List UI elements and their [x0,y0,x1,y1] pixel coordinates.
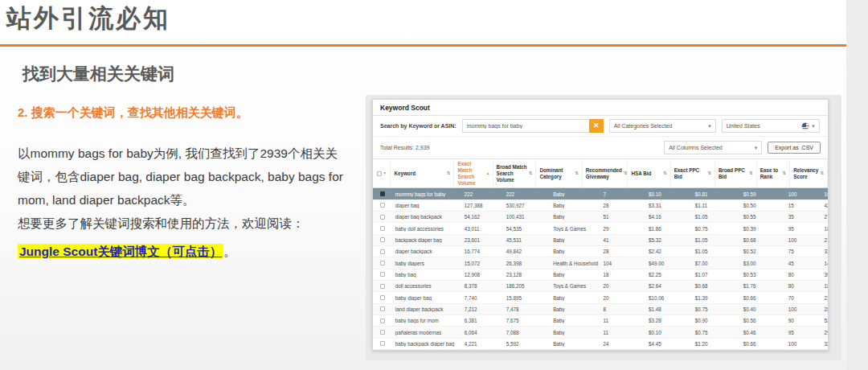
cell: $3.00 [740,261,785,266]
cell: $1.39 [692,295,740,301]
row-checkbox[interactable] [380,191,385,196]
table-row[interactable]: baby backpack diaper bag4,2215,592Baby24… [373,339,828,350]
chevron-down-icon: ▾ [755,145,758,151]
row-checkbox[interactable] [380,306,385,311]
column-header-label: HSA Bid [631,171,651,177]
column-header-recommended-giveaway[interactable]: Recommended Giveaway⇅ [583,159,628,187]
column-header-label: Ease to Rank [760,167,781,180]
row-checkbox-cell [373,203,392,208]
row-checkbox[interactable] [380,226,385,231]
row-checkbox-cell [373,191,392,196]
cell: 186,205 [503,283,550,289]
cell: 27 [821,214,828,220]
row-checkbox[interactable] [380,237,385,242]
row-checkbox[interactable] [380,272,385,277]
column-header-dominant-category[interactable]: Dominant Category⇅ [536,159,582,187]
column-header-label: Recommended Giveaway [586,167,622,180]
table-row[interactable]: baby bag12,90823,128Baby18$2.25$1.07$0.5… [373,269,828,281]
cell: Baby [550,318,600,323]
country-dropdown[interactable]: United States ▾ [722,119,820,133]
column-header-hsa-bid[interactable]: HSA Bid⇅ [628,159,670,187]
row-checkbox-cell [373,330,392,335]
select-all-cell[interactable]: ▾ [373,159,391,187]
column-header-relevancy-score[interactable]: Relevancy Score⇅ [790,159,828,187]
row-checkbox[interactable] [380,284,385,289]
cell: 54,535 [503,226,550,232]
chevron-down-icon: ▾ [812,123,815,130]
cell: Baby [550,306,600,312]
cell: baby diaper bag [392,295,461,301]
keyword-scout-screenshot: Keyword Scout Search by Keyword or ASIN:… [366,95,841,360]
columns-dropdown[interactable]: All Columns Selected ▾ [664,141,762,154]
export-csv-button[interactable]: Export as .CSV [768,142,821,154]
table-row[interactable]: diaper bag backpack54,162100,431Baby51$4… [373,212,828,223]
table-row[interactable]: diaper backpack16,77449,842Baby28$2.42$1… [373,246,828,257]
cell: mommy bags for baby [392,191,461,197]
cell: 75 [785,249,821,254]
row-checkbox[interactable] [380,330,385,335]
cell: $4.16 [645,214,692,220]
cell: $2.25 [645,272,692,278]
cell: pañaleras modernas [392,330,461,335]
page-title: 站外引流必知 [6,2,170,35]
row-checkbox[interactable] [380,203,385,208]
column-header-exact-ppc-bid[interactable]: Exact PPC Bid⇅ [671,159,715,187]
cell: 6,381 [461,318,503,323]
column-header-keyword[interactable]: Keyword⇅ [391,159,454,187]
table-row[interactable]: backpack diaper bag23,60145,531Baby41$5.… [373,235,828,246]
row-checkbox[interactable] [380,295,385,300]
categories-dropdown[interactable]: All Categories Selected ▾ [609,119,716,133]
cell: $0.66 [740,295,785,301]
row-checkbox-cell [373,319,392,323]
search-input[interactable] [462,119,589,133]
table-row[interactable]: mommy bags for baby222222Baby7$0.10$0.81… [373,188,828,199]
cell: 100 [785,191,821,197]
clear-search-button[interactable]: ✕ [589,119,604,133]
sort-icon: ⇅ [707,171,711,176]
table-row[interactable]: land diaper backpack7,2127,478Baby8$1.48… [373,304,828,315]
table-row[interactable]: baby diapers15,07226,398Health & Househo… [373,257,828,269]
cell: 7,212 [461,306,503,312]
table-row[interactable]: doll accessories8,378186,205Toys & Games… [373,281,828,292]
table-row[interactable]: diaper bag127,388530,927Baby28$3.31$1.11… [373,200,828,212]
cell: 23,601 [461,237,503,243]
cell: $0.56 [740,318,785,323]
cell: Toys & Games [550,226,600,232]
cell: $2.42 [645,249,692,254]
table-row[interactable]: pañaleras modernas6,0647,088Baby11$0.10$… [373,327,828,338]
table-row[interactable]: baby diaper bag7,74015,895Baby20$10.06$1… [373,292,828,303]
column-header-label: Broad PPC Bid [719,167,747,180]
cell: diaper bag backpack [392,214,461,220]
cell: Baby [550,237,600,243]
column-header-ease-to-rank[interactable]: Ease to Rank⇅ [757,159,790,187]
cell: 49,842 [503,249,550,254]
cell: diaper bag [392,203,461,208]
row-checkbox[interactable] [380,261,385,265]
cell: baby bags for mom [392,318,461,323]
cell: 100 [785,237,821,243]
cell: 7,675 [503,318,550,323]
cell: $7.00 [692,261,740,266]
row-checkbox[interactable] [380,215,385,220]
meta-right-group: All Columns Selected ▾ Export as .CSV [664,141,821,154]
cell: baby doll accessories [392,226,461,232]
cell: Baby [550,249,600,254]
sort-asc-icon: ▴ [487,171,489,176]
cell: $0.53 [740,272,785,278]
row-checkbox[interactable] [380,249,385,254]
cell: 29 [821,330,828,335]
jungle-scout-blog-link[interactable]: Jungle Scout关键词博文（可点击） [18,244,223,259]
cell: $0.75 [692,330,740,335]
column-header-broad-ppc-bid[interactable]: Broad PPC Bid⇅ [715,159,757,187]
select-all-checkbox[interactable] [377,171,382,176]
row-checkbox[interactable] [380,319,385,323]
row-checkbox-cell [373,261,392,265]
cell: 222 [461,191,503,197]
column-header-exact-match-search-volume[interactable]: Exact Match Search Volume▴ [454,159,493,187]
chevron-down-icon: ▾ [708,123,711,130]
table-row[interactable]: baby doll accessories43,01154,535Toys & … [373,223,828,234]
row-checkbox[interactable] [380,341,385,346]
cell: 27 [821,237,828,243]
table-row[interactable]: baby bags for mom6,3817,675Baby11$3.28$0… [373,315,828,327]
column-header-broad-match-search-volume[interactable]: Broad Match Search Volume⇅ [493,159,537,187]
